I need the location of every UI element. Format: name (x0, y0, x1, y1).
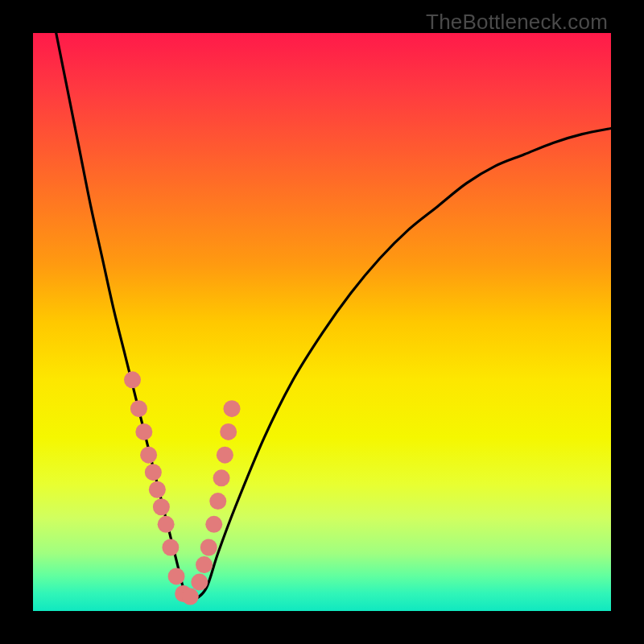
sample-dot (220, 423, 237, 440)
chart-svg (33, 33, 611, 611)
sample-dot (140, 447, 157, 464)
sample-dot (209, 493, 226, 510)
sample-dot (168, 568, 185, 584)
sample-dot (213, 469, 230, 486)
sample-dot (217, 447, 233, 464)
sample-dot (145, 464, 162, 481)
sample-dot (223, 400, 240, 417)
sample-dot (124, 371, 141, 388)
bottleneck-curve (56, 33, 611, 601)
sample-dot (182, 588, 199, 605)
sample-dot (153, 498, 170, 515)
sample-dot (162, 539, 179, 556)
sample-dots (124, 371, 240, 605)
sample-dot (205, 516, 222, 533)
plot-area (33, 33, 611, 611)
watermark-text: TheBottleneck.com (426, 10, 608, 35)
sample-dot (196, 556, 213, 573)
sample-dot (135, 423, 152, 440)
sample-dot (149, 481, 166, 498)
sample-dot (130, 400, 147, 417)
sample-dot (191, 574, 208, 591)
sample-dot (158, 516, 175, 533)
chart-container: TheBottleneck.com (0, 0, 644, 644)
sample-dot (200, 539, 217, 556)
